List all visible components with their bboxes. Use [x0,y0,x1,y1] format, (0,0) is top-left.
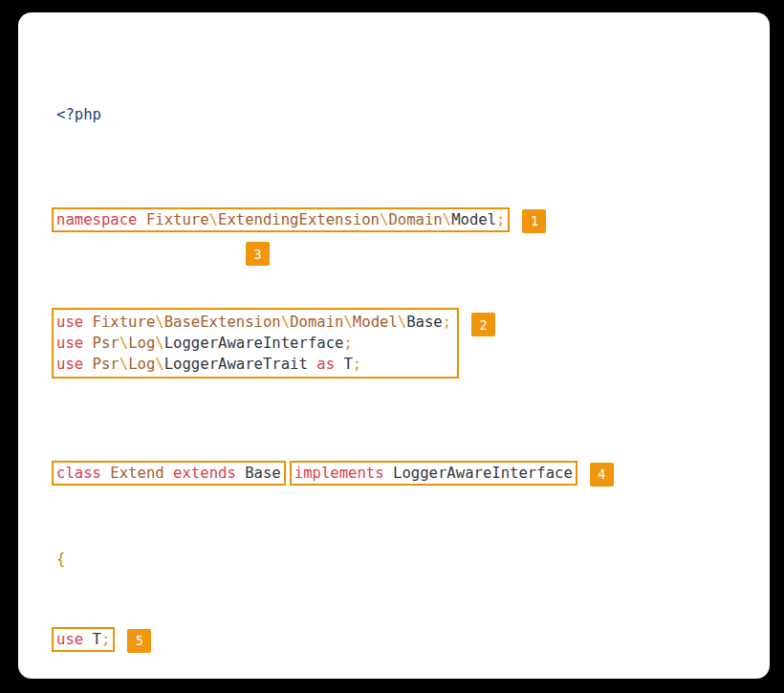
annotation-box-4: implements LoggerAwareInterface [290,461,577,486]
code-token: { [56,551,65,568]
code-token: \ [155,314,163,331]
page-background: { "theme": { "background": "#000000", "c… [0,0,784,693]
code-token: Model [353,314,398,331]
annotation-box-3: class Extend extends Base [52,461,286,486]
code-token: BaseExtension [164,314,281,331]
code-token: Fixture [146,211,209,228]
code-token: \ [155,356,163,373]
code-token [83,356,92,373]
code-token: Log [128,356,155,373]
code-token: extends [173,465,236,482]
code-line: use Psr\Log\LoggerAwareTrait as T; [56,354,451,375]
code-token: as [316,356,335,373]
use-imports-group: use Fixture\BaseExtension\Domain\Model\B… [56,308,459,379]
code-token: \ [380,211,388,228]
class-declaration-line: class Extend extends Baseimplements Logg… [56,461,770,486]
code-token: use [56,314,83,331]
code-token: Domain [388,211,442,228]
code-token: Model [451,211,496,228]
code-token: implements [294,465,384,482]
code-token: LoggerAwareInterface [393,465,573,482]
code-token [138,211,146,228]
code-token [101,465,110,482]
code-token: Fixture [93,314,156,331]
code-token: Base [245,465,281,482]
code-token: Base [406,314,443,331]
annotation-badge-5: 5 [127,629,151,653]
code-token: use [56,335,83,352]
code-line: use Psr\Log\LoggerAwareInterface; [56,333,451,354]
code-token: T [93,631,101,648]
use-trait-line: use T;5 [56,627,770,652]
code-token: use [56,631,83,648]
code-token: ; [353,356,361,373]
code-token: class [56,465,101,482]
code-token: T [343,356,352,373]
code-token [164,465,173,482]
annotation-badge-4: 4 [590,463,614,487]
code-token: \ [281,314,290,331]
code-token: ; [443,314,451,331]
code-token: \ [398,314,406,331]
code-token: Psr [93,335,120,352]
code-token: <?php [56,106,101,123]
code-token: Psr [93,356,120,373]
code-token: \ [209,211,218,228]
namespace-line: namespace Fixture\ExtendingExtension\Dom… [56,207,770,232]
code-token: \ [155,335,163,352]
code-token [308,356,316,373]
php-open-tag: <?php [56,104,770,125]
code-token [236,465,245,482]
annotation-box-2: use Fixture\BaseExtension\Domain\Model\B… [52,308,459,379]
code-token: LoggerAwareInterface [164,335,344,352]
code-token [83,631,92,648]
code-token: Domain [290,314,343,331]
code-token: \ [443,211,451,228]
annotation-box-1: namespace Fixture\ExtendingExtension\Dom… [52,207,510,232]
code-token: \ [120,356,128,373]
code-token: LoggerAwareTrait [164,356,308,373]
code-token: Extend [110,465,163,482]
code-token: ExtendingExtension [218,211,380,228]
php-code-block: <?php namespace Fixture\ExtendingExtensi… [18,12,770,679]
code-token: ; [496,211,505,228]
code-token: ; [343,335,352,352]
code-token: \ [120,335,128,352]
annotation-badge-3: 3 [246,242,270,266]
code-token: use [56,356,83,373]
code-token: \ [343,314,352,331]
class-open-brace: { [56,549,770,570]
code-card: <?php namespace Fixture\ExtendingExtensi… [18,12,770,679]
code-token [384,465,393,482]
code-token [83,314,92,331]
code-token: ; [101,631,110,648]
annotation-box-5: use T; [52,627,115,652]
code-line: use Fixture\BaseExtension\Domain\Model\B… [56,312,451,333]
code-token [83,335,92,352]
code-token: Log [128,335,155,352]
annotation-badge-1: 1 [522,209,546,233]
code-token: namespace [56,211,138,228]
annotation-badge-2: 2 [471,313,495,336]
